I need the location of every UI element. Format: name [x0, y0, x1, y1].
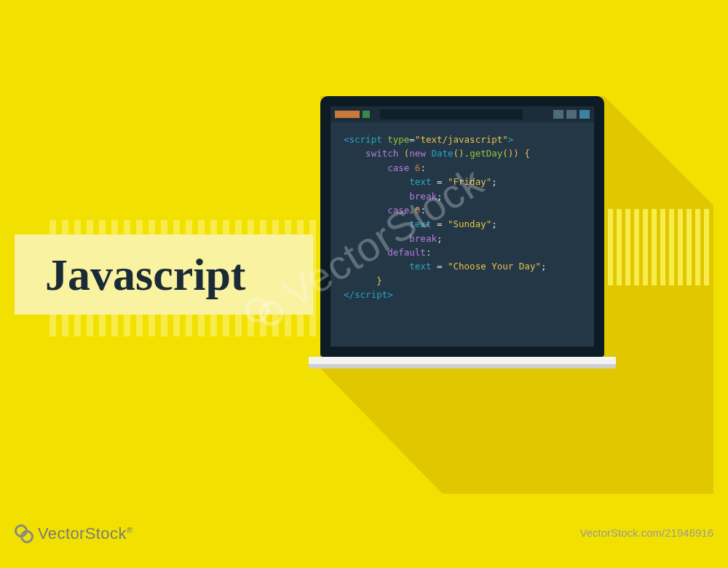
title-text: Javascript	[45, 249, 246, 301]
laptop-bezel: <script type="text/javascript"> switch (…	[320, 96, 604, 357]
close-icon	[579, 110, 590, 119]
watermark-id: VectorStock.com/21946916	[580, 526, 713, 539]
title-band: Javascript	[15, 234, 313, 315]
tab-accent-2	[363, 111, 370, 118]
minimize-icon	[553, 110, 563, 119]
laptop: <script type="text/javascript"> switch (…	[320, 96, 604, 368]
decor-stripes-right	[608, 209, 709, 285]
laptop-base	[309, 357, 616, 368]
watermark-brand: VectorStock®	[15, 524, 132, 543]
brand-text: VectorStock®	[38, 524, 132, 543]
window-topbar	[331, 106, 594, 122]
code-block: <script type="text/javascript"> switch (…	[331, 122, 594, 309]
brand-logo-icon	[15, 524, 33, 543]
illustration-canvas: Javascript <script type="text/javascript…	[15, 23, 713, 494]
code-editor-screen: <script type="text/javascript"> switch (…	[331, 106, 594, 347]
tab-accent	[335, 111, 360, 118]
address-bar	[380, 109, 523, 119]
maximize-icon	[566, 110, 577, 119]
